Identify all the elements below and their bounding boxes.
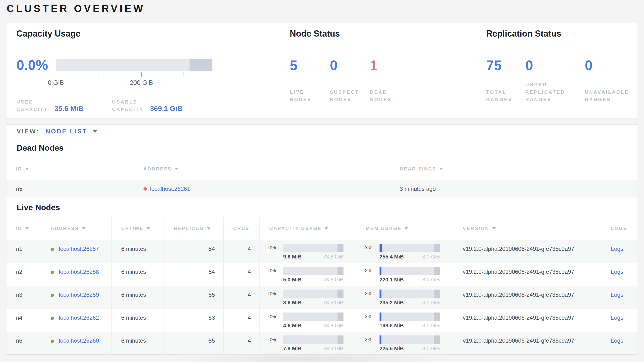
node-capacity-usage: 0% 8.6 MiB73.8 GiB xyxy=(260,286,356,309)
live-col-header-cpus: CPUS xyxy=(224,217,260,240)
logs-link[interactable]: Logs xyxy=(611,291,623,298)
node-mem-usage: 2% 225.5 MiB8.0 GiB xyxy=(356,332,453,354)
tick-label-200: 200 GiB xyxy=(130,79,153,87)
live-col-header-logs: LOGS xyxy=(601,217,638,240)
logs-link[interactable]: Logs xyxy=(611,314,623,321)
unavailable-ranges-stat: 0 UNAVAILABLE RANGES xyxy=(585,58,629,103)
capacity-bar xyxy=(283,244,344,252)
dead-col-header-address[interactable]: ADDRESS xyxy=(134,157,390,180)
dead-col-header-dead-since[interactable]: DEAD SINCE xyxy=(390,157,638,180)
under-replicated-ranges-stat: 0 UNDER- REPLICATED RANGES xyxy=(525,58,585,103)
node-uptime: 6 minutes xyxy=(112,332,164,354)
dead-node-address-link[interactable]: localhost:26261 xyxy=(150,186,190,192)
capacity-gauge-ticks xyxy=(56,72,212,78)
live-col-header-version[interactable]: VERSION xyxy=(453,217,601,240)
used-capacity-stat: USED CAPACITY 35.6 MiB xyxy=(16,98,83,113)
unavailable-label: UNAVAILABLE RANGES xyxy=(585,80,629,103)
node-id: n3 xyxy=(6,286,41,309)
dead-col-header-id[interactable]: ID xyxy=(6,157,134,180)
chevron-down-icon[interactable] xyxy=(92,130,98,133)
dead-since-value: 3 minutes ago xyxy=(390,180,638,198)
live-col-header-uptime[interactable]: UPTIME xyxy=(112,217,164,240)
suspect-nodes-label: SUSPECT NODES xyxy=(330,80,370,103)
node-address-link[interactable]: localhost:26262 xyxy=(59,314,99,321)
node-status-section: Node Status 5 LIVE NODES 0 SUSPECT NODES… xyxy=(290,29,471,103)
capacity-bar xyxy=(283,267,344,275)
node-uptime: 6 minutes xyxy=(112,286,164,309)
tick-mark xyxy=(98,72,99,77)
node-version: v19.2.0-alpha.20190606-2491-gfe735c9a97 xyxy=(453,286,601,309)
logs-link[interactable]: Logs xyxy=(611,246,623,252)
tick-mark xyxy=(56,72,56,77)
node-version: v19.2.0-alpha.20190606-2491-gfe735c9a97 xyxy=(453,240,601,263)
node-cpus: 4 xyxy=(224,332,260,354)
node-address-cell: localhost:26259 xyxy=(41,286,112,309)
live-col-header-address[interactable]: ADDRESS xyxy=(41,217,112,240)
node-address-link[interactable]: localhost:26257 xyxy=(59,246,99,252)
unavailable-count: 0 xyxy=(585,58,629,73)
logs-link[interactable]: Logs xyxy=(611,269,623,275)
node-logs-cell: Logs xyxy=(601,240,638,263)
live-status-dot xyxy=(50,294,54,297)
node-mem-usage: 2% 220.1 MiB8.0 GiB xyxy=(356,263,453,286)
capacity-usage-title: Capacity Usage xyxy=(16,29,231,39)
live-status-dot xyxy=(50,317,54,320)
tick-mark xyxy=(141,72,142,77)
capacity-gauge: 0 GiB 200 GiB xyxy=(56,58,212,87)
node-logs-cell: Logs xyxy=(601,286,638,309)
live-col-header-capacity-usage[interactable]: CAPACITY USAGE xyxy=(260,217,356,240)
live-nodes-stat: 5 LIVE NODES xyxy=(290,58,330,103)
summary-panel: Capacity Usage 0.0% 0 GiB xyxy=(6,23,638,118)
dead-node-id: n5 xyxy=(6,180,134,198)
sort-desc-icon xyxy=(82,227,86,230)
node-id: n1 xyxy=(6,240,41,263)
replication-status-section: Replication Status 75 TOTAL RANGES 0 UND… xyxy=(486,29,634,103)
node-address-cell: localhost:26262 xyxy=(41,309,112,332)
node-address-link[interactable]: localhost:26260 xyxy=(59,337,99,344)
node-version: v19.2.0-alpha.20190606-2491-gfe735c9a97 xyxy=(453,309,601,332)
node-address-cell: localhost:26257 xyxy=(41,240,112,263)
view-selector-bar: VIEW: NODE LIST xyxy=(6,125,638,138)
sort-desc-icon xyxy=(404,227,408,230)
view-dropdown[interactable]: NODE LIST xyxy=(46,128,87,135)
node-replicas: 53 xyxy=(164,309,224,332)
live-col-header-replicas[interactable]: REPLICAS xyxy=(164,217,224,240)
used-capacity-value: 35.6 MiB xyxy=(54,104,84,113)
dead-status-dot xyxy=(144,187,147,191)
tick-mark xyxy=(184,72,184,77)
node-logs-cell: Logs xyxy=(601,309,638,332)
capacity-bar xyxy=(283,312,344,321)
under-replicated-label: UNDER- REPLICATED RANGES xyxy=(525,80,585,103)
mem-bar xyxy=(380,335,440,343)
dead-nodes-stat: 1 DEAD NODES xyxy=(370,58,410,103)
live-col-header-id[interactable]: ID xyxy=(6,217,41,240)
capacity-gauge-reserved-segment xyxy=(190,59,212,71)
node-mem-usage: 2% 199.6 MiB8.0 GiB xyxy=(356,309,453,332)
live-nodes-heading: Live Nodes xyxy=(6,203,638,212)
node-replicas: 55 xyxy=(164,332,224,354)
node-address-link[interactable]: localhost:26259 xyxy=(59,291,99,298)
node-uptime: 6 minutes xyxy=(112,263,164,286)
live-node-row: n4 localhost:26262 6 minutes 53 4 0% 4.6… xyxy=(6,309,638,332)
cluster-overview-page: CLUSTER OVERVIEW Capacity Usage 0.0% xyxy=(0,0,644,362)
mem-bar xyxy=(380,244,440,252)
node-address-link[interactable]: localhost:26258 xyxy=(59,269,99,275)
node-capacity-usage: 0% 5.0 MiB73.8 GiB xyxy=(260,263,356,286)
capacity-usage-section: Capacity Usage 0.0% 0 GiB xyxy=(16,29,231,113)
logs-link[interactable]: Logs xyxy=(611,337,623,344)
live-node-row: n3 localhost:26259 6 minutes 55 4 0% 8.6… xyxy=(6,286,638,309)
used-capacity-label: USED CAPACITY xyxy=(16,98,48,113)
live-node-row: n6 localhost:26260 6 minutes 55 4 0% 7.8… xyxy=(6,332,638,354)
live-col-header-mem-usage[interactable]: MEM USAGE xyxy=(356,217,453,240)
suspect-nodes-stat: 0 SUSPECT NODES xyxy=(330,58,370,103)
node-cpus: 4 xyxy=(224,309,260,332)
total-ranges-stat: 75 TOTAL RANGES xyxy=(486,58,525,103)
node-capacity-usage: 0% 4.6 MiB73.8 GiB xyxy=(260,309,356,332)
node-address-cell: localhost:26258 xyxy=(41,263,112,286)
live-status-dot xyxy=(50,339,54,343)
dead-node-row: n5 localhost:26261 3 minutes ago xyxy=(6,180,638,198)
live-nodes-label: LIVE NODES xyxy=(290,80,330,103)
total-ranges-label: TOTAL RANGES xyxy=(486,80,525,103)
node-cpus: 4 xyxy=(224,286,260,309)
sort-desc-icon xyxy=(207,227,210,230)
